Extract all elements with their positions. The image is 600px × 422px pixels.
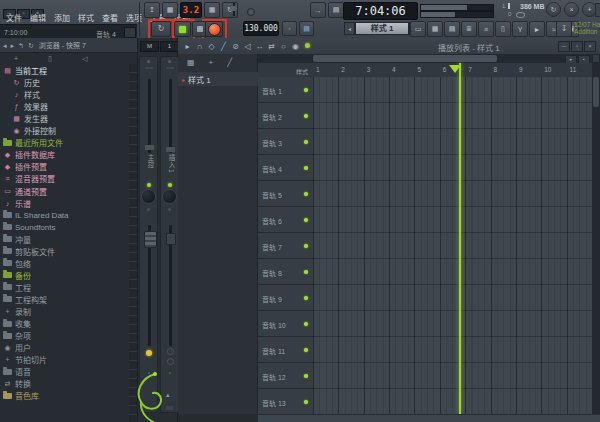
track-led-icon[interactable]	[304, 114, 308, 118]
browser-item[interactable]: Soundfonts	[3, 222, 55, 233]
track-header[interactable]: 音轨 3	[258, 129, 313, 155]
vscroll-top-button[interactable]	[592, 54, 600, 63]
browser-item[interactable]: 收集	[3, 318, 31, 329]
track-header[interactable]: 音轨 12	[258, 363, 313, 389]
sync-icon[interactable]: ↻	[546, 2, 561, 17]
track-led-icon[interactable]	[304, 400, 308, 404]
browser-item[interactable]: ◉外接控制	[12, 125, 56, 136]
mixer-insert-mini[interactable]: 1	[160, 41, 179, 52]
menu-item-0[interactable]: 文件	[2, 10, 26, 25]
tools-funnel-icon[interactable]: Y	[512, 21, 528, 37]
track-header[interactable]: 音轨 4	[258, 155, 313, 181]
menu-item-1[interactable]: 编辑	[26, 10, 50, 25]
patterns-tab-icon[interactable]: ▦	[187, 58, 195, 67]
strip-pan-knob[interactable]	[162, 189, 177, 204]
song-mode-button[interactable]: ↻	[151, 21, 171, 37]
strip-upper-handle[interactable]	[166, 147, 175, 152]
track-header[interactable]: 音轨 7	[258, 233, 313, 259]
menu-item-5[interactable]: 选项	[122, 10, 146, 25]
playhead-line[interactable]	[459, 63, 461, 414]
playlist-minimize-button[interactable]: ─	[558, 41, 570, 52]
browser-item[interactable]: 剪贴板文件	[3, 246, 55, 257]
browser-item[interactable]: 冲量	[3, 234, 31, 245]
browser-item[interactable]: +节拍切片	[3, 354, 47, 365]
midi-keyboard-icon[interactable]: ▤	[328, 2, 344, 18]
typing-keyboard-icon[interactable]: →	[310, 2, 326, 18]
paint-tool-icon[interactable]: ╱	[219, 42, 228, 51]
browser-item[interactable]: 工程构架	[3, 294, 47, 305]
playlist-title[interactable]: 播放列表 - 样式 1	[438, 42, 500, 53]
strip-upper-slot[interactable]	[148, 79, 151, 153]
record-button[interactable]	[205, 21, 223, 37]
touch-controller-icon[interactable]: ►	[529, 21, 545, 37]
browser-item[interactable]: ◆插件数据库	[3, 149, 55, 160]
browser-item[interactable]: 音色库	[3, 390, 39, 401]
track-led-icon[interactable]	[304, 322, 308, 326]
track-led-icon[interactable]	[304, 166, 308, 170]
step-sequencer-panel-icon[interactable]: ▦	[427, 21, 443, 37]
browser-item[interactable]: ≡混音器预置	[3, 173, 55, 184]
track-header[interactable]: 音轨 11	[258, 337, 313, 363]
playlist-panel-icon[interactable]: ▭	[410, 21, 426, 37]
timeline-scroll-handle[interactable]	[313, 55, 497, 62]
browser-item[interactable]: ▦发生器	[12, 113, 48, 124]
mixer-strip-2[interactable]: 插入1▴	[160, 56, 179, 413]
master-volume-knob[interactable]	[230, 6, 237, 11]
track-led-icon[interactable]	[304, 218, 308, 222]
strip-pan-knob[interactable]	[141, 189, 156, 204]
track-led-icon[interactable]	[304, 140, 308, 144]
tempo-display[interactable]: 130.000	[243, 21, 279, 36]
magnet-icon[interactable]: ∩	[195, 42, 204, 51]
playback-tool-icon[interactable]: ◉	[291, 42, 300, 51]
track-header[interactable]: 音轨 8	[258, 259, 313, 285]
audio-tab-icon[interactable]: ╱	[227, 58, 232, 67]
back-icon[interactable]: ◂	[3, 42, 7, 49]
browser-item[interactable]: 备份	[3, 270, 31, 281]
track-header[interactable]: 音轨 13	[258, 389, 313, 415]
pattern-prev-button[interactable]: ◂	[344, 22, 355, 35]
browser-title[interactable]: 浏览器 - 快照 7	[39, 40, 86, 50]
mute-tool-icon[interactable]: ◁	[243, 42, 252, 51]
slice-tool-icon[interactable]: ⇄	[267, 42, 276, 51]
forward-icon[interactable]: ▸	[11, 42, 15, 49]
browser-item[interactable]: ⇄转换	[3, 378, 31, 389]
zoom-tool-icon[interactable]: ○	[279, 42, 288, 51]
browser-item[interactable]: ◆插件预置	[3, 161, 47, 172]
mixer-panel-icon[interactable]: ≡	[478, 21, 494, 37]
track-led-icon[interactable]	[304, 192, 308, 196]
track-header[interactable]: 音轨 1	[258, 77, 313, 103]
track-led-icon[interactable]	[304, 348, 308, 352]
browser-item[interactable]: ▭通道预置	[3, 186, 47, 197]
draw-tool-icon[interactable]: ◇	[207, 42, 216, 51]
picker-item[interactable]: ▸ 样式 1	[178, 72, 258, 86]
timeline-ruler[interactable]: 样式 123456789101112	[258, 63, 592, 78]
playlist-hscrollbar[interactable]	[258, 414, 600, 422]
vscroll-handle[interactable]	[593, 77, 599, 107]
file-tab-icon[interactable]: ▯	[48, 55, 52, 62]
mixer-strip-1[interactable]: 主控	[139, 56, 158, 413]
cut-icon[interactable]: ×	[564, 2, 579, 17]
track-led-icon[interactable]	[304, 374, 308, 378]
browser-item[interactable]: 语音	[3, 366, 31, 377]
refresh-icon[interactable]: ↻	[28, 42, 34, 49]
browser-item[interactable]: ♪样式	[12, 89, 40, 100]
menu-item-3[interactable]: 样式	[74, 10, 98, 25]
up-icon[interactable]: ↰	[18, 42, 24, 49]
menu-item-2[interactable]: 添加	[50, 10, 74, 25]
metronome-volume-icon[interactable]: ◦	[282, 21, 297, 36]
plugin-picker-icon[interactable]: ▯	[495, 21, 511, 37]
browser-item[interactable]: IL Shared Data	[3, 210, 69, 221]
browser-item[interactable]: ƒ效果器	[12, 101, 48, 112]
track-header[interactable]: 音轨 2	[258, 103, 313, 129]
master-pitch-knob[interactable]	[247, 8, 255, 16]
track-header[interactable]: 音轨 5	[258, 181, 313, 207]
track-header[interactable]: 音轨 6	[258, 207, 313, 233]
browser-item[interactable]: ♪乐谱	[3, 198, 31, 209]
playlist-grid[interactable]	[313, 77, 592, 414]
download-button[interactable]: ↧	[556, 21, 572, 37]
browser-item[interactable]: ▤当前工程	[3, 65, 47, 76]
strip-fader-handle[interactable]	[166, 233, 176, 245]
ruler-corner-label[interactable]: 样式	[296, 67, 308, 76]
track-led-icon[interactable]	[304, 270, 308, 274]
browser-item[interactable]: +录制	[3, 306, 31, 317]
